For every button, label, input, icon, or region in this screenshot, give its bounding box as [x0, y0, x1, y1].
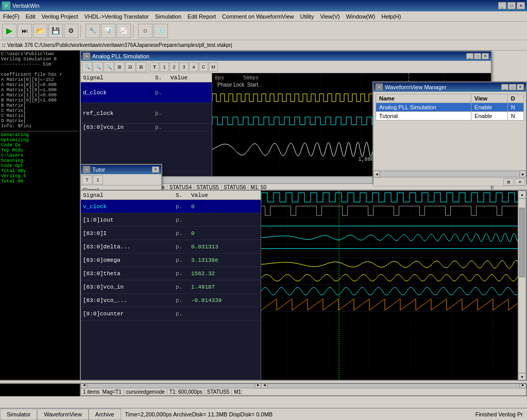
pll-tb-c[interactable]: C [199, 62, 208, 72]
sim-log-line13: C Matrix[ [1, 113, 79, 119]
menu-file[interactable]: File(F) [0, 12, 23, 21]
wfm-maximize[interactable]: □ [509, 84, 516, 90]
pll-tb-zoom-out[interactable]: 🔍 [104, 62, 114, 72]
app-title: VeritakWin [12, 3, 498, 9]
analog-pll-close[interactable]: ✕ [482, 53, 489, 59]
tutorial-tb-1[interactable]: 1 [93, 175, 103, 184]
pll-signal-header: Signal S. Value [81, 73, 212, 82]
d-clock-name: d_clock [83, 90, 155, 96]
wfm-row-tutorial[interactable]: Tutorial Enable N [376, 112, 524, 121]
wfm-scroll-right[interactable]: ▶ [520, 171, 526, 177]
status-archive[interactable]: Archive [89, 409, 121, 420]
bottom-sig-theta[interactable]: [63:0]theta p. 1562.32 [81, 267, 261, 280]
menu-window[interactable]: Window(W) [343, 12, 379, 21]
pll-tb-zoom-fit2[interactable]: ⊟ [125, 62, 135, 72]
pll-tb-btn5[interactable]: ⊞ [136, 62, 146, 72]
menu-utility[interactable]: Utility [297, 12, 317, 21]
sim-log-line11: B Matrix[ [1, 103, 79, 108]
pll-tb-m[interactable]: M [209, 62, 218, 72]
tutorial-tb-t[interactable]: T [82, 175, 92, 184]
bottom-sig-I[interactable]: [63:0]I p. 0 [81, 227, 261, 240]
pll-tb-1[interactable]: 1 [160, 62, 169, 72]
sim-log-green6: Scanning [1, 158, 79, 163]
vscroll-up[interactable]: ▲ [518, 191, 526, 198]
wfm-scroll-track[interactable] [380, 171, 520, 177]
sim-log-line9: A Matrix[1][1]=0.000 [1, 93, 79, 98]
menu-comment-waveform[interactable]: Comment on WaveformView [219, 12, 297, 21]
menu-edit[interactable]: Edit [23, 12, 39, 21]
status-simulator[interactable]: Simulator [0, 409, 37, 420]
bottom-sig-omega[interactable]: [63:0]omega p. 3.13138e [81, 254, 261, 267]
pll-tb-2[interactable]: 2 [169, 62, 179, 72]
wfm-bottom-buttons: ⊞ ✕ [373, 177, 526, 186]
bottom-sig-vco2[interactable]: [63:0]vco_... p. -0.814339 [81, 294, 261, 307]
wfm-scroll-left[interactable]: ◀ [373, 171, 380, 177]
omega-s: p. [176, 257, 191, 263]
signal-row-d-clock[interactable]: d_clock p. [81, 82, 212, 103]
vco2-name: [63:0]vco_... [83, 297, 176, 304]
menu-verilog-project[interactable]: Verilog Project [39, 12, 81, 21]
save-button[interactable]: 💾 [48, 24, 63, 38]
wfm-close[interactable]: ✕ [517, 84, 524, 90]
wfm-analog-name: Analog PLL Simulation [376, 103, 471, 112]
tutorial-close[interactable]: ✕ [152, 166, 159, 173]
signal-row-vco-in[interactable]: [63:0]vco_in p. [81, 124, 212, 131]
run-button[interactable]: ▶ [2, 24, 16, 38]
wfm-titlebar[interactable]: ~ WaveformView Manager _ □ ✕ [373, 82, 526, 92]
sim-log-green1: Generating [1, 132, 79, 138]
compile-button[interactable]: 🔧 [86, 24, 100, 38]
pll-tb-zoom-in[interactable]: 🔍 [82, 62, 92, 72]
bottom-waveform-display[interactable] [261, 191, 518, 381]
tutorial-titlebar[interactable]: ~ Tutor ✕ [81, 165, 161, 174]
analog-pll-minimize[interactable]: _ [466, 53, 473, 59]
maximize-button[interactable]: □ [507, 2, 516, 9]
wfm-hscrollbar: ◀ ▶ [373, 170, 526, 177]
bottom-sig-counter[interactable]: [9:0]counter p. [81, 307, 261, 321]
analog-pll-titlebar[interactable]: ~ Analog PLL Simulation _ □ ✕ [81, 52, 491, 61]
pll-tb-3[interactable]: 3 [179, 62, 189, 72]
pll-signal-list: Signal S. Value d_clock p. ref_clock p. [81, 73, 212, 176]
pll-tb-t[interactable]: T [150, 62, 159, 72]
close-button[interactable]: ✕ [517, 2, 525, 9]
pll-tb-zoom-fit[interactable]: ⊞ [114, 62, 125, 72]
content-area: C:\Users\Public\two Verilog Simulation R… [0, 51, 527, 396]
menu-view[interactable]: View(V) [317, 12, 343, 21]
menu-simulation[interactable]: Simulation [152, 12, 184, 21]
signal-row-ref-clock[interactable]: ref_clock p. [81, 103, 212, 124]
bottom-sig-v-clock[interactable]: v_clock p. 0 [81, 200, 261, 213]
open-button[interactable]: 📂 [33, 24, 47, 38]
wfm-btn-extra2[interactable]: ✕ [515, 178, 525, 186]
vscroll-track[interactable] [518, 198, 526, 373]
iout-s: p. [176, 217, 191, 223]
bottom-sig-delta[interactable]: [63:0]delta... p. 0.031313 [81, 240, 261, 254]
sim-button1[interactable]: 📊 [101, 24, 115, 38]
bottom-vscrollbar: ▲ ▼ [518, 191, 526, 381]
menu-vhdl-translator[interactable]: VHDL->Verilog Translator [81, 12, 152, 21]
sim-log-line8: A Matrix[1][0]=1.000 [1, 88, 79, 93]
analog-pll-maximize[interactable]: □ [474, 53, 481, 59]
bottom-sig-iout[interactable]: [1:0]iout p. [81, 213, 261, 227]
wfm-btn-extra1[interactable]: ⊞ [503, 178, 514, 186]
disk-button[interactable]: 💿 [154, 24, 168, 38]
circle-button[interactable]: ○ [138, 24, 152, 38]
minimize-button[interactable]: _ [498, 2, 506, 9]
gear-button[interactable]: ⚙ [64, 24, 78, 38]
pll-tb-zoom-in2[interactable]: 🔍 [93, 62, 103, 72]
menu-edit-report[interactable]: Edit Report [184, 12, 219, 21]
bottom-sig-vco-in2[interactable]: [63:0]vco_in p. 1.49187 [81, 280, 261, 294]
sim-log-green8: Total 0By [1, 169, 79, 174]
pll-tb-4[interactable]: 4 [189, 62, 198, 72]
bottom-status-t1: T1: 600,000ps [167, 389, 205, 395]
wfm-minimize[interactable]: _ [501, 84, 508, 90]
vscroll-thumb[interactable] [519, 208, 525, 277]
wfm-tutorial-d: N [507, 112, 523, 121]
wfm-analog-d: N [507, 103, 523, 112]
theta-val: 1562.32 [191, 271, 259, 277]
status-waveformview[interactable]: WaveformView [37, 409, 88, 420]
wfm-table: Name View D Analog PLL Simulation Enable… [376, 94, 524, 121]
step-button[interactable]: ⏭ [18, 24, 32, 38]
menu-help[interactable]: Help(H) [379, 12, 404, 21]
sim-button2[interactable]: 📈 [116, 24, 131, 38]
wfm-row-analog[interactable]: Analog PLL Simulation Enable N [376, 103, 524, 112]
sim-log-line2: Verilog Simulation R [1, 57, 79, 62]
